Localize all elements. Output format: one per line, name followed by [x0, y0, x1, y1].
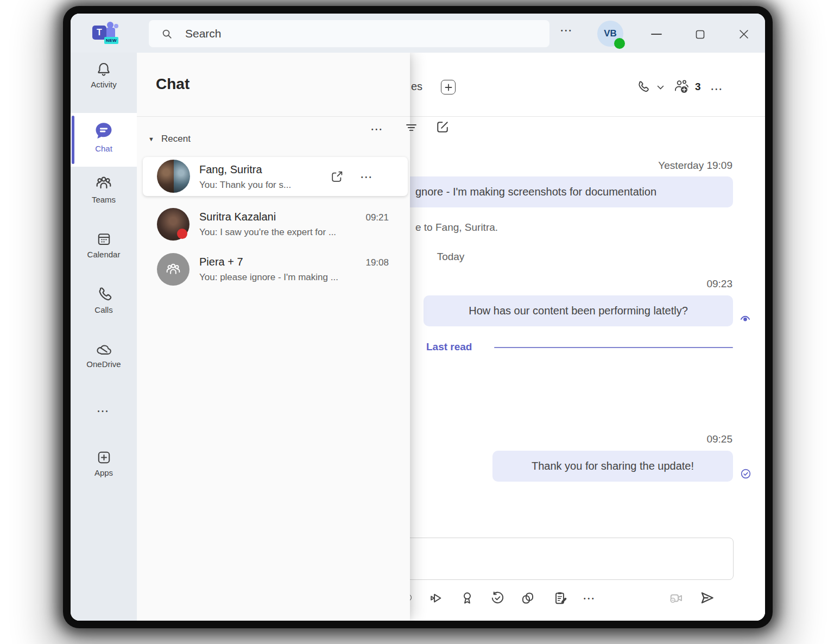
message-bubble[interactable]: How has our content been performing late… [424, 295, 733, 326]
sidebar-item-label: Activity [71, 80, 137, 89]
praise-button[interactable] [459, 590, 475, 606]
panel-divider [137, 116, 410, 117]
chat-preview: You: Thank you for s... [199, 180, 291, 191]
date-divider: Today [418, 251, 483, 263]
forward-button[interactable] [428, 590, 444, 606]
search-placeholder: Search [185, 27, 222, 40]
message-text: gnore - I'm making screenshots for docum… [415, 176, 656, 207]
message-text: How has our content been performing late… [424, 295, 733, 326]
send-button[interactable] [698, 589, 716, 607]
call-options-chevron[interactable] [657, 85, 664, 90]
sidebar-item-label: Calendar [71, 250, 137, 259]
avatar-initials: VB [604, 28, 617, 39]
close-button[interactable] [731, 27, 756, 42]
participant-count: 3 [695, 81, 701, 93]
chat-list-item[interactable]: Suritra Kazalani 09:21 You: I saw you're… [137, 201, 410, 242]
unread-badge [177, 229, 187, 239]
recent-caret-icon[interactable]: ▼ [148, 136, 154, 142]
chat-preview: You: I saw you're the expert for ... [199, 227, 336, 238]
open-in-window-button[interactable] [330, 169, 345, 184]
tab-label-fragment[interactable]: es [411, 80, 422, 93]
sidebar-item-calls[interactable]: Calls [71, 285, 137, 314]
group-avatar [157, 253, 189, 286]
sidebar-item-label: Chat [71, 144, 137, 153]
app-rail: Activity Chat Teams Calendar Calls [71, 53, 137, 621]
schedule-send-button[interactable] [490, 590, 506, 606]
compose-icon [434, 119, 451, 135]
minimize-icon [651, 33, 662, 35]
composer-more-button[interactable]: ••• [584, 596, 596, 602]
sidebar-item-calendar[interactable]: Calendar [71, 231, 137, 259]
message-timestamp: Yesterday 19:09 [658, 160, 732, 172]
system-message-fragment: e to Fang, Suritra. [415, 222, 498, 233]
last-read-label: Last read [426, 341, 472, 353]
add-tab-button[interactable] [441, 80, 456, 94]
new-chat-button[interactable] [434, 119, 451, 135]
message-bubble[interactable]: gnore - I'm making screenshots for docum… [375, 176, 733, 207]
filter-icon [404, 120, 419, 135]
loop-component-button[interactable] [520, 590, 536, 606]
message-input[interactable] [375, 538, 734, 580]
chat-item-more-button[interactable]: ••• [361, 174, 374, 180]
panel-title: Chat [156, 75, 189, 93]
sent-receipt-icon [740, 468, 752, 480]
sidebar-item-label: Calls [71, 305, 137, 314]
message-timestamp: 09:23 [706, 278, 732, 290]
call-button[interactable] [635, 79, 650, 94]
phone-icon [95, 285, 113, 303]
conversation-more-button[interactable]: ••• [711, 86, 724, 92]
chat-icon [93, 120, 115, 142]
screenshot-stage: { "titlebar": { "search_placeholder": "S… [0, 0, 834, 644]
maximize-button[interactable] [687, 27, 712, 42]
approvals-button[interactable] [553, 590, 568, 606]
sidebar-item-label: Teams [71, 195, 137, 204]
minimize-button[interactable] [644, 27, 669, 42]
add-people-button[interactable] [672, 78, 691, 96]
sidebar-item-chat[interactable]: Chat [71, 120, 137, 153]
presence-available-dot [614, 38, 625, 49]
teams-new-badge: NEW [104, 37, 118, 44]
sidebar-item-teams[interactable]: Teams [71, 173, 137, 204]
maximize-icon [696, 30, 705, 39]
chat-list-item[interactable]: Piera + 7 19:08 You: please ignore - I'm… [137, 247, 410, 288]
message-bubble[interactable]: Thank you for sharing the update! [492, 451, 733, 482]
chat-list-item[interactable]: Fang, Suritra You: Thank you for s... ••… [143, 157, 408, 196]
chat-time: 09:21 [353, 212, 389, 223]
calendar-icon [96, 231, 112, 248]
sidebar-item-label: Apps [71, 468, 137, 477]
sidebar-item-label: OneDrive [71, 359, 137, 369]
filter-button[interactable] [404, 120, 419, 135]
chevron-down-icon [657, 85, 664, 90]
search-input[interactable]: Search [149, 20, 549, 47]
phone-icon [635, 79, 650, 94]
chat-time: 19:08 [353, 257, 389, 268]
chat-name: Fang, Suritra [199, 163, 262, 176]
onedrive-cloud-icon [94, 341, 113, 357]
rail-more-button[interactable]: ••• [71, 408, 137, 414]
people-group-icon [164, 260, 182, 279]
sidebar-item-apps[interactable]: Apps [71, 449, 137, 477]
teams-window: es 3 ••• Yesterday 19:09 gnore - I'm mak… [71, 14, 765, 621]
search-icon [161, 28, 173, 40]
chat-filter-more-button[interactable]: ••• [371, 127, 384, 132]
seen-receipt-icon [739, 312, 751, 325]
video-clip-button[interactable] [668, 590, 685, 606]
teams-logo: T NEW [92, 21, 118, 46]
chat-name: Suritra Kazalani [199, 211, 276, 223]
titlebar: T NEW Search ••• VB [71, 14, 765, 53]
titlebar-more-button[interactable]: ••• [561, 28, 573, 34]
chat-preview: You: please ignore - I'm making ... [199, 272, 338, 283]
message-timestamp: 09:25 [706, 433, 732, 445]
person-add-icon [672, 78, 691, 96]
chat-name: Piera + 7 [199, 256, 243, 268]
chat-list-panel: Chat ••• ▼ Recent Fang, Suritra You: Tha… [137, 53, 410, 621]
apps-plus-icon [96, 449, 112, 466]
bell-icon [96, 61, 112, 78]
avatar [157, 160, 190, 193]
close-icon [739, 29, 749, 39]
recent-section-label[interactable]: Recent [161, 134, 191, 144]
sidebar-item-activity[interactable]: Activity [71, 61, 137, 89]
teams-icon [94, 173, 113, 193]
message-text: Thank you for sharing the update! [492, 451, 733, 482]
sidebar-item-onedrive[interactable]: OneDrive [71, 341, 137, 369]
